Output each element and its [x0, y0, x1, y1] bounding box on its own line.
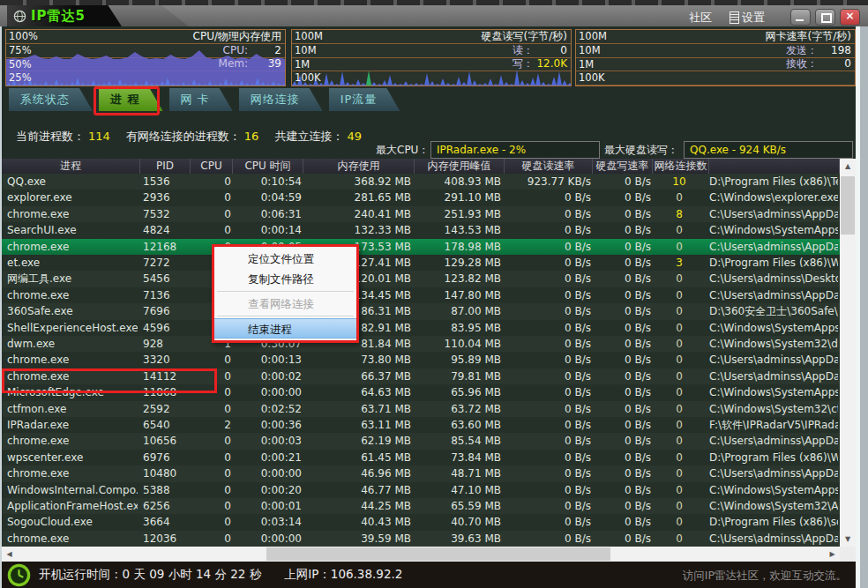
table-row[interactable]: IPRadar.exe654020:00:3663.11 MB63.60 MB0…: [2, 417, 840, 433]
menu-item-locate-file[interactable]: 定位文件位置: [214, 249, 356, 269]
tab-system-status[interactable]: 系统状态: [9, 88, 93, 111]
table-row[interactable]: chrome.exe1065600:00:0362.19 MB85.54 MB0…: [2, 433, 840, 449]
table-row[interactable]: 360Safe.exe769600:01:3086.31 MB87.00 MB0…: [2, 303, 840, 319]
tab-nic[interactable]: 网 卡: [169, 88, 233, 111]
settings-button[interactable]: 设置: [730, 10, 765, 26]
graph-title: 硬盘读写(字节/秒): [482, 30, 567, 43]
table-header[interactable]: 进程PIDCPUCPU 时间内存使用内存使用峰值硬盘读速率硬盘写速率网络连接数: [2, 159, 840, 174]
table-row[interactable]: ctfmon.exe259200:02:5263.71 MB63.72 MB0 …: [2, 401, 840, 417]
table-row[interactable]: chrome.exe1203600:00:0039.59 MB39.63 MB0…: [2, 531, 840, 547]
column-header-7[interactable]: 硬盘写速率: [593, 159, 653, 174]
table-row[interactable]: chrome.exe332000:00:1373.80 MB95.89 MB0 …: [2, 352, 840, 368]
table-row[interactable]: ShellExperienceHost.exe459600:00:0482.91…: [2, 320, 840, 336]
process-name: 360Safe.exe: [7, 303, 138, 319]
mem-peak: 40.70 MB: [415, 514, 501, 530]
menu-item-copy-path[interactable]: 复制文件路径: [214, 269, 356, 289]
mem-usage: 44.25 MB: [303, 498, 411, 514]
pid: 5388: [143, 482, 189, 498]
scroll-left-button[interactable]: ◀: [2, 547, 17, 562]
table-row[interactable]: explorer.exe293600:04:59281.65 MB291.10 …: [2, 190, 840, 205]
disk-write: 0 B/s: [593, 384, 651, 400]
column-header-4[interactable]: 内存使用: [303, 159, 415, 174]
graph-readout: Mem:39: [219, 57, 281, 71]
column-header-8[interactable]: 网络连接数: [653, 159, 709, 174]
cpu-time: 0:00:00: [233, 384, 302, 400]
scroll-up-button[interactable]: ▲: [840, 159, 856, 174]
cpu: 0: [191, 190, 231, 205]
readout-value: 0: [818, 57, 851, 71]
readout-label: Mem:: [219, 57, 248, 70]
graph-readout: 发送：198: [786, 44, 851, 57]
community-link[interactable]: 社区: [689, 10, 712, 26]
scale-label: 75%: [9, 44, 32, 56]
vertical-scroll-thumb[interactable]: [841, 176, 855, 234]
pid: 10656: [143, 433, 189, 449]
net-conns: 0: [653, 514, 706, 530]
table-row[interactable]: ApplicationFrameHost.exe625600:00:0144.2…: [2, 498, 840, 514]
column-header-5[interactable]: 内存使用峰值: [415, 159, 505, 174]
mem-usage: 281.65 MB: [303, 190, 411, 205]
net-conns: 0: [653, 450, 706, 465]
scroll-down-button[interactable]: ▼: [840, 532, 856, 547]
table-row[interactable]: SogouCloud.exe366400:03:1440.43 MB40.70 …: [2, 514, 840, 530]
tab-connections[interactable]: 网络连接: [239, 88, 323, 111]
context-menu: 定位文件位置复制文件路径查看网络连接结束进程: [212, 244, 359, 343]
table-row[interactable]: SearchUI.exe482400:00:14132.33 MB143.53 …: [2, 222, 840, 238]
mem-peak: 87.00 MB: [415, 303, 501, 319]
column-header-0[interactable]: 进程: [2, 159, 140, 174]
cpu: 0: [191, 531, 231, 547]
column-header-6[interactable]: 硬盘读速率: [505, 159, 593, 174]
tab-ip-traffic[interactable]: IP流量: [329, 88, 400, 111]
net-conns: 0: [653, 368, 706, 384]
scale-label: 10M: [579, 44, 601, 56]
table-row[interactable]: wpscenter.exe697600:00:2161.45 MB73.84 M…: [2, 450, 840, 465]
file-path: C:\Users\adminss\AppData: [709, 465, 838, 481]
close-button[interactable]: ×: [840, 9, 860, 26]
file-path: D:\360安全卫士\360Safe\3: [709, 303, 838, 319]
vertical-scrollbar[interactable]: ▲ ▼: [840, 159, 856, 547]
graph-readout: 读：0: [513, 44, 567, 57]
table-row[interactable]: QQ.exe153600:10:54368.92 MB408.93 MB923.…: [2, 174, 840, 190]
stat-value-box: IPRadar.exe - 2%: [430, 141, 600, 159]
table-row[interactable]: chrome.exe713600:00:07134.45 MB147.80 MB…: [2, 287, 840, 303]
table-row[interactable]: et.exe727200:00:08127.41 MB129.28 MB0 B/…: [2, 255, 840, 271]
process-table[interactable]: 进程PIDCPUCPU 时间内存使用内存使用峰值硬盘读速率硬盘写速率网络连接数 …: [2, 159, 840, 547]
horizontal-scroll-thumb[interactable]: [266, 547, 610, 561]
column-header-1[interactable]: PID: [140, 159, 191, 174]
process-name: chrome.exe: [7, 433, 138, 449]
cpu-time: 0:00:00: [233, 465, 302, 481]
file-path: C:\Users\adminss\Desktop: [709, 271, 838, 287]
file-path: F:\软件\IPRadarV5\IPRadar: [709, 417, 838, 433]
title-bar[interactable]: IP雷达5 社区 设置 ×: [0, 5, 868, 26]
file-path: C:\Users\adminss\AppData: [709, 531, 838, 547]
graph-panel-net: 100M10M1M100K网卡速率(字节/秒)发送：198接收：0: [575, 29, 856, 86]
column-header-9[interactable]: [709, 159, 840, 174]
table-row[interactable]: chrome.exe1048000:00:0046.96 MB48.71 MB0…: [2, 465, 840, 481]
file-path: D:\Program Files (x86)\WP: [709, 450, 838, 465]
column-header-3[interactable]: CPU 时间: [233, 159, 303, 174]
net-conns: 0: [653, 320, 706, 336]
column-header-2[interactable]: CPU: [191, 159, 233, 174]
net-conns: 0: [653, 482, 706, 498]
tab-bar: 系统状态进 程网 卡网络连接IP流量: [9, 88, 400, 111]
process-name: chrome.exe: [7, 352, 138, 368]
minimize-button[interactable]: [790, 9, 811, 26]
table-row[interactable]: WindowsInternal.Compo...538800:00:2046.7…: [2, 482, 840, 498]
scroll-right-button[interactable]: ▶: [825, 547, 840, 562]
disk-read: 0 B/s: [505, 255, 591, 271]
table-row[interactable]: 网编工具.exe545600:00:12120.01 MB123.82 MB0 …: [2, 271, 840, 287]
table-row[interactable]: chrome.exe753200:06:31240.41 MB251.93 MB…: [2, 206, 840, 222]
settings-label: 设置: [742, 10, 765, 26]
menu-item-end-process[interactable]: 结束进程: [214, 318, 356, 339]
maximize-button[interactable]: [815, 9, 835, 26]
cpu: 0: [191, 206, 231, 222]
pid: 6540: [143, 417, 189, 433]
horizontal-scrollbar[interactable]: ◀ ▶: [2, 547, 840, 562]
net-conns: 0: [653, 336, 706, 352]
uptime-label: 开机运行时间：: [39, 567, 123, 581]
table-row[interactable]: dwm.exe92810:30:0781.84 MB110.04 MB0 B/s…: [2, 336, 840, 352]
table-row[interactable]: chrome.exe1216800:00:05173.53 MB178.98 M…: [2, 239, 840, 255]
mem-peak: 408.93 MB: [415, 174, 501, 190]
mem-peak: 63.72 MB: [415, 401, 501, 417]
app-window: IP雷达5 社区 设置 × 系统状态进 程网 卡网络连接IP流量 当前进程数：1…: [0, 0, 868, 588]
